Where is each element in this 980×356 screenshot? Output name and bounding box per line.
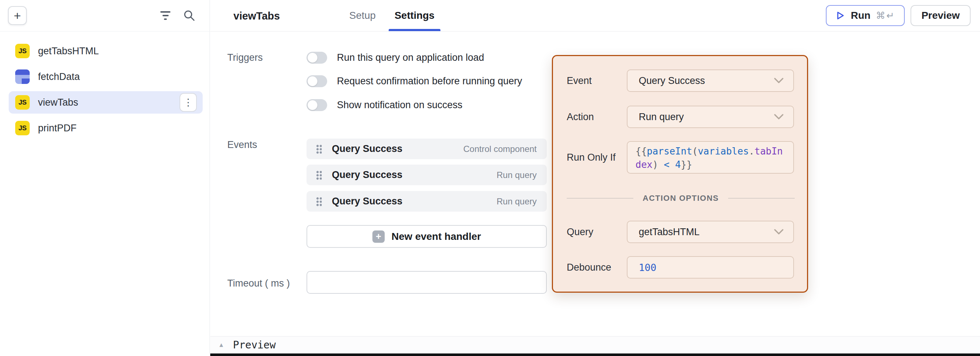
chevron-down-icon <box>774 114 784 120</box>
event-field-row: Event Query Success <box>567 70 794 92</box>
toggle-show-notification[interactable]: Show notification on success <box>307 99 463 111</box>
js-query-icon: JS <box>15 95 30 110</box>
timeout-label: Timeout ( ms ) <box>227 278 290 289</box>
sidebar-item-printPDF[interactable]: JS printPDF <box>9 117 203 139</box>
query-name: fetchData <box>38 71 80 83</box>
query-sidebar: + JS getTabsHTML fetchData JS viewTabs ⋮… <box>0 0 210 356</box>
bottom-divider-bar <box>210 353 980 356</box>
run-only-if-code-editor[interactable]: {{parseInt(variables.tabIndex) < 4}} <box>627 141 794 174</box>
event-field-label: Event <box>567 75 627 86</box>
query-field-label: Query <box>567 226 627 238</box>
action-field-row: Action Run query <box>567 106 794 128</box>
preview-section-toggle[interactable]: ▲ Preview <box>210 336 980 353</box>
run-only-if-label: Run Only If <box>567 152 627 163</box>
search-icon <box>183 9 196 22</box>
filter-icon[interactable] <box>158 8 173 23</box>
chevron-down-icon <box>774 78 784 84</box>
search-button[interactable] <box>181 8 197 24</box>
settings-content: Triggers Run this query on application l… <box>210 32 980 356</box>
query-field-row: Query getTabsHTML <box>567 221 794 243</box>
js-query-icon: JS <box>15 121 30 135</box>
event-handler-row[interactable]: Query Success Control component <box>307 138 547 159</box>
sidebar-item-viewTabs[interactable]: JS viewTabs ⋮ <box>9 91 203 114</box>
query-name: printPDF <box>38 122 77 134</box>
event-handler-row[interactable]: Query Success Run query <box>307 165 547 185</box>
query-title: viewTabs <box>234 10 280 22</box>
plus-icon: + <box>372 230 385 243</box>
resource-query-icon <box>15 70 30 84</box>
run-button[interactable]: Run ⌘↵ <box>826 5 905 26</box>
tab-settings[interactable]: Settings <box>393 0 436 31</box>
sidebar-header: + <box>0 0 210 32</box>
run-shortcut: ⌘↵ <box>876 10 895 21</box>
triggers-label: Triggers <box>227 52 263 63</box>
sidebar-item-getTabsHTML[interactable]: JS getTabsHTML <box>9 40 203 62</box>
new-event-handler-button[interactable]: + New event handler <box>307 225 547 248</box>
collapse-triangle-icon: ▲ <box>218 342 224 349</box>
chevron-down-icon <box>774 229 784 235</box>
action-field-label: Action <box>567 111 627 122</box>
query-menu-button[interactable]: ⋮ <box>180 93 197 112</box>
debounce-input[interactable]: 100 <box>627 256 794 278</box>
query-list: JS getTabsHTML fetchData JS viewTabs ⋮ J… <box>0 32 210 139</box>
sidebar-item-fetchData[interactable]: fetchData <box>9 65 203 88</box>
action-options-divider: ACTION OPTIONS <box>567 192 795 205</box>
drag-handle-icon[interactable] <box>316 145 322 154</box>
debounce-field-row: Debounce 100 <box>567 256 794 278</box>
query-name: viewTabs <box>38 97 78 108</box>
query-name: getTabsHTML <box>38 46 99 57</box>
event-handler-popover: Event Query Success Action Run query <box>552 55 808 293</box>
toggle-switch[interactable] <box>307 75 327 87</box>
event-handler-row[interactable]: Query Success Run query <box>307 191 547 211</box>
toggle-switch[interactable] <box>307 52 327 64</box>
main-area: viewTabs Setup Settings Run ⌘↵ Preview T… <box>210 0 980 356</box>
run-only-if-row: Run Only If {{parseInt(variables.tabInde… <box>567 141 794 174</box>
js-query-icon: JS <box>15 44 30 58</box>
preview-button[interactable]: Preview <box>910 5 970 26</box>
action-select[interactable]: Run query <box>627 106 794 128</box>
toggle-switch[interactable] <box>307 99 327 111</box>
editor-tabs: Setup Settings <box>348 0 436 31</box>
event-select[interactable]: Query Success <box>627 70 794 92</box>
toggle-request-confirmation[interactable]: Request confirmation before running quer… <box>307 75 522 87</box>
toggle-run-on-load[interactable]: Run this query on application load <box>307 52 484 64</box>
drag-handle-icon[interactable] <box>316 170 322 180</box>
preview-section-label: Preview <box>233 339 276 351</box>
editor-header: viewTabs Setup Settings Run ⌘↵ Preview <box>210 0 980 32</box>
timeout-input[interactable] <box>307 271 547 294</box>
tab-setup[interactable]: Setup <box>348 0 377 31</box>
debounce-field-label: Debounce <box>567 262 627 273</box>
active-tab-underline <box>389 29 440 31</box>
plus-icon: + <box>14 9 21 23</box>
kebab-icon: ⋮ <box>183 97 193 108</box>
play-icon <box>835 11 845 21</box>
header-actions: Run ⌘↵ Preview <box>826 5 970 26</box>
query-select[interactable]: getTabsHTML <box>627 221 794 243</box>
drag-handle-icon[interactable] <box>316 197 322 206</box>
add-query-button[interactable]: + <box>8 6 27 25</box>
events-label: Events <box>227 139 257 151</box>
run-label: Run <box>851 10 870 21</box>
